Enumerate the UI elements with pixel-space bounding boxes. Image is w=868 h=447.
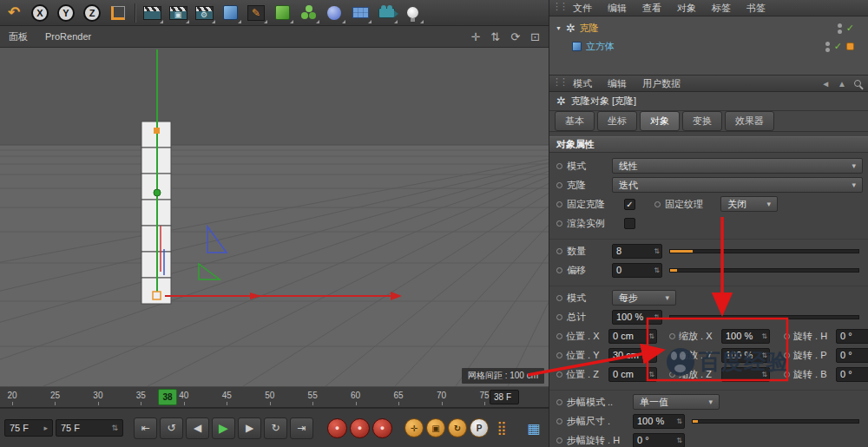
floor-plane-button[interactable] <box>348 2 372 24</box>
camera-button[interactable] <box>374 2 398 24</box>
menu-item[interactable]: 对象 <box>669 2 704 15</box>
spinner-icon[interactable]: ⇅ <box>646 371 654 378</box>
mode-dropdown[interactable]: 线性▾ <box>612 158 863 174</box>
anim-dot-icon[interactable] <box>556 163 562 169</box>
loop-mode-button[interactable]: ↺ <box>160 417 183 439</box>
current-frame-field[interactable]: 38 F <box>490 390 519 404</box>
cycle-button[interactable]: ↻ <box>264 417 287 439</box>
position-x-field[interactable]: 0 cm⇅ <box>608 329 657 344</box>
render-instances-checkbox[interactable] <box>624 218 635 229</box>
menu-item[interactable]: 编辑 <box>600 2 635 15</box>
anim-dot-icon[interactable] <box>556 437 562 444</box>
range-step-icon[interactable]: ▸ <box>43 424 48 432</box>
filter-icon[interactable]: ▲ <box>838 79 846 89</box>
add-cube-button[interactable] <box>218 2 242 24</box>
anim-dot-icon[interactable] <box>556 399 562 405</box>
anim-dot-icon[interactable] <box>556 418 562 424</box>
anim-dot-icon[interactable] <box>669 333 675 339</box>
menu-item[interactable]: 编辑 <box>600 77 635 90</box>
3d-viewport[interactable]: 网格间距 : 100 cm <box>0 48 549 386</box>
step-size-field[interactable]: 100 %⇅ <box>633 414 685 429</box>
goto-end-button[interactable]: ⇥ <box>290 417 313 439</box>
menu-item[interactable]: 用户数据 <box>635 77 688 90</box>
z-axis-lock-button[interactable]: Z <box>80 2 104 24</box>
play-button[interactable]: ▶ <box>212 417 235 439</box>
count-slider[interactable] <box>669 249 859 253</box>
enabled-check-icon[interactable]: ✓ <box>846 23 854 34</box>
previous-frame-button[interactable]: ◀ <box>186 417 209 439</box>
attribute-tab[interactable]: 坐标 <box>597 111 637 131</box>
enabled-check-icon[interactable]: ✓ <box>834 41 842 52</box>
attribute-tab[interactable]: 效果器 <box>725 111 774 131</box>
autokey-button[interactable]: ● <box>350 418 370 438</box>
attribute-tab[interactable]: 变换 <box>682 111 722 131</box>
spinner-icon[interactable]: ⇅ <box>646 332 654 340</box>
object-row-cloner[interactable]: ▼ ✲ 克隆 ✓ <box>549 19 868 37</box>
panel-grip-icon[interactable]: ⋮⋮ <box>552 1 566 12</box>
pan-view-icon[interactable]: ✛ <box>470 30 480 43</box>
volume-sphere-button[interactable] <box>322 2 346 24</box>
key-parameter-button[interactable]: P <box>470 418 489 437</box>
anim-dot-icon[interactable] <box>784 333 790 339</box>
spline-pen-button[interactable]: ✎ <box>244 2 268 24</box>
anim-dot-icon[interactable] <box>556 333 562 339</box>
render-settings-button[interactable]: ⚙ <box>192 2 216 24</box>
x-axis-lock-button[interactable]: X <box>28 2 52 24</box>
timeline-ruler[interactable]: 202530354045505560657075 38 38 F <box>0 386 549 408</box>
point-level-animation-icon[interactable]: ⣿ <box>491 417 512 438</box>
spinner-icon[interactable]: ⇅ <box>651 313 660 321</box>
history-back-icon[interactable]: ◄ <box>821 79 830 89</box>
menu-item[interactable]: 书签 <box>739 2 773 15</box>
position-y-field[interactable]: 30 cm⇅ <box>608 348 657 363</box>
menu-item[interactable]: 文件 <box>565 2 600 15</box>
visibility-dots-icon[interactable] <box>825 42 830 52</box>
total-slider[interactable] <box>669 315 859 319</box>
fix-texture-dropdown[interactable]: 关闭▾ <box>720 196 778 212</box>
render-view-button[interactable] <box>140 2 164 24</box>
anim-dot-icon[interactable] <box>556 248 562 254</box>
attribute-tab[interactable]: 对象 <box>640 111 680 131</box>
zoom-view-icon[interactable]: ⇅ <box>490 30 500 43</box>
render-picture-viewer-button[interactable]: ▣ <box>166 2 190 24</box>
count-field[interactable]: 8⇅ <box>612 244 662 259</box>
scale-x-field[interactable]: 100 %⇅ <box>721 329 770 344</box>
rotation-h-field[interactable]: 0 °⇅ <box>836 329 868 344</box>
visibility-dots-icon[interactable] <box>838 23 842 34</box>
section-header[interactable]: 对象属性 <box>549 136 868 153</box>
panel-menu[interactable]: 面板 <box>0 30 36 43</box>
offset-field[interactable]: 0⇅ <box>612 263 662 278</box>
texture-tag-icon[interactable] <box>846 43 854 50</box>
step-size-slider[interactable] <box>692 419 859 424</box>
object-name[interactable]: 立方体 <box>586 40 615 53</box>
keyframe-selection-button[interactable]: ● <box>372 418 392 438</box>
attribute-tab[interactable]: 基本 <box>555 111 595 131</box>
spinner-icon[interactable]: ⇅ <box>646 352 654 359</box>
menu-item[interactable]: 标签 <box>704 2 739 15</box>
spinner-icon[interactable]: ⇅ <box>674 437 682 444</box>
panel-layout-icon[interactable]: ▦ <box>523 417 544 438</box>
range-start-field[interactable]: 75 F ▸ <box>4 419 53 437</box>
clones-dropdown[interactable]: 迭代▾ <box>612 177 863 193</box>
object-manager[interactable]: ▼ ✲ 克隆 ✓ 立方体 ✓ <box>549 16 868 76</box>
subdivision-surface-button[interactable] <box>270 2 294 24</box>
anim-dot-icon[interactable] <box>654 201 661 207</box>
key-rotation-button[interactable]: ↻ <box>448 418 467 437</box>
spinner-icon[interactable]: ⇅ <box>651 247 660 255</box>
y-axis-lock-button[interactable]: Y <box>54 2 78 24</box>
object-row-cube[interactable]: 立方体 ✓ <box>549 37 868 56</box>
expander-icon[interactable]: ▼ <box>556 25 562 31</box>
anim-dot-icon[interactable] <box>556 267 562 273</box>
step-rotation-field[interactable]: 0 °⇅ <box>633 433 685 447</box>
light-button[interactable] <box>400 2 424 24</box>
coordinate-system-button[interactable] <box>106 2 130 24</box>
total-field[interactable]: 100 %⇅ <box>612 310 662 325</box>
mograph-cloner-button[interactable] <box>296 2 320 24</box>
spinner-icon[interactable]: ⇅ <box>759 332 767 340</box>
range-end-spinner-icon[interactable]: ⇅ <box>111 424 118 432</box>
anim-dot-icon[interactable] <box>556 352 562 358</box>
step-mode2-dropdown[interactable]: 单一值▾ <box>633 394 720 410</box>
next-frame-button[interactable]: ▶ <box>238 417 261 439</box>
rotate-view-icon[interactable]: ⟳ <box>510 30 520 43</box>
search-icon[interactable] <box>854 80 861 87</box>
key-position-button[interactable]: ✛ <box>404 418 424 437</box>
